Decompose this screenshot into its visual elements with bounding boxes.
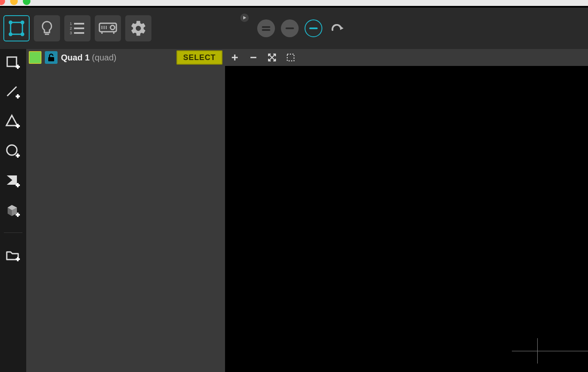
minus-icon bbox=[286, 27, 294, 30]
minus-cyan-icon bbox=[309, 27, 318, 30]
svg-text:1: 1 bbox=[70, 22, 72, 26]
redo-circle-button[interactable] bbox=[328, 19, 346, 37]
triangle-plus-icon bbox=[5, 114, 21, 129]
line-plus-icon bbox=[5, 84, 21, 99]
mapping-icon bbox=[8, 20, 25, 37]
play-icon bbox=[242, 16, 247, 20]
top-toolbar: 1 2 3 bbox=[0, 8, 588, 49]
add-folder-tool[interactable] bbox=[4, 246, 22, 264]
close-window-button[interactable] bbox=[0, 0, 5, 5]
equals-circle-button[interactable] bbox=[257, 19, 275, 37]
svg-marker-19 bbox=[243, 16, 246, 19]
mask-plus-icon bbox=[5, 173, 21, 188]
folder-plus-icon bbox=[5, 249, 21, 262]
add-ellipse-tool[interactable] bbox=[4, 142, 22, 160]
dashed-rect-icon bbox=[286, 53, 295, 62]
svg-point-1 bbox=[9, 21, 13, 25]
equals-icon bbox=[262, 25, 270, 31]
minimize-window-button[interactable] bbox=[10, 0, 18, 5]
zoom-window-button[interactable] bbox=[23, 0, 30, 5]
svg-point-3 bbox=[9, 33, 13, 36]
layer-name-text: Quad 1 bbox=[61, 53, 90, 62]
canvas-crosshair bbox=[512, 338, 563, 364]
add-mask-tool[interactable] bbox=[4, 172, 22, 189]
layer-panel: Quad 1 (quad) SELECT bbox=[26, 49, 225, 372]
list-mode-button[interactable]: 1 2 3 bbox=[64, 15, 91, 41]
layer-color-swatch[interactable] bbox=[29, 51, 41, 64]
svg-text:3: 3 bbox=[70, 31, 72, 35]
svg-point-4 bbox=[21, 33, 25, 36]
svg-text:2: 2 bbox=[70, 26, 72, 30]
add-line-tool[interactable] bbox=[4, 83, 22, 101]
svg-marker-31 bbox=[6, 115, 17, 126]
redo-icon bbox=[331, 24, 343, 33]
layer-row[interactable]: Quad 1 (quad) SELECT bbox=[26, 49, 225, 66]
svg-point-16 bbox=[110, 25, 115, 30]
selection-rect-button[interactable] bbox=[286, 53, 295, 62]
plus-icon bbox=[231, 54, 239, 61]
canvas-area bbox=[225, 49, 588, 372]
svg-rect-54 bbox=[287, 54, 294, 61]
select-button[interactable]: SELECT bbox=[176, 50, 223, 65]
projector-mode-button[interactable] bbox=[95, 15, 121, 41]
svg-rect-48 bbox=[48, 57, 54, 61]
play-button[interactable] bbox=[240, 14, 249, 22]
cube-plus-icon bbox=[5, 202, 21, 218]
svg-marker-24 bbox=[340, 26, 343, 30]
layer-panel-body bbox=[26, 66, 225, 372]
minus-circle-button[interactable] bbox=[281, 19, 299, 37]
select-button-label: SELECT bbox=[183, 53, 216, 62]
svg-point-34 bbox=[7, 145, 17, 155]
minus-icon bbox=[250, 54, 257, 61]
gear-icon bbox=[129, 19, 147, 37]
layer-name-label: Quad 1 (quad) bbox=[61, 53, 116, 63]
rectangle-plus-icon bbox=[5, 55, 21, 70]
settings-mode-button[interactable] bbox=[125, 15, 151, 41]
layer-type-text: (quad) bbox=[92, 53, 116, 62]
add-cube-tool[interactable] bbox=[4, 201, 22, 219]
svg-rect-0 bbox=[11, 22, 22, 34]
canvas-toolbar bbox=[225, 49, 588, 66]
add-rectangle-tool[interactable] bbox=[4, 53, 22, 71]
layer-lock-toggle[interactable] bbox=[45, 51, 58, 64]
svg-line-28 bbox=[7, 87, 16, 96]
add-triangle-tool[interactable] bbox=[4, 112, 22, 130]
fit-screen-button[interactable] bbox=[267, 53, 277, 62]
svg-rect-25 bbox=[7, 57, 16, 66]
tool-divider bbox=[4, 232, 22, 233]
canvas-viewport[interactable] bbox=[225, 66, 588, 372]
light-mode-button[interactable] bbox=[34, 15, 60, 41]
unlock-icon bbox=[47, 53, 55, 62]
mapping-mode-button[interactable] bbox=[3, 15, 30, 41]
svg-point-2 bbox=[21, 21, 25, 25]
projector-icon bbox=[99, 22, 117, 35]
numbered-list-icon: 1 2 3 bbox=[69, 21, 86, 36]
shape-tool-strip bbox=[0, 49, 26, 372]
minus-outline-circle-button[interactable] bbox=[305, 19, 322, 37]
ellipse-plus-icon bbox=[5, 143, 21, 159]
zoom-out-button[interactable] bbox=[249, 53, 258, 62]
expand-icon bbox=[268, 53, 276, 62]
bulb-icon bbox=[39, 20, 55, 37]
zoom-in-button[interactable] bbox=[230, 53, 239, 62]
window-titlebar bbox=[0, 0, 588, 6]
